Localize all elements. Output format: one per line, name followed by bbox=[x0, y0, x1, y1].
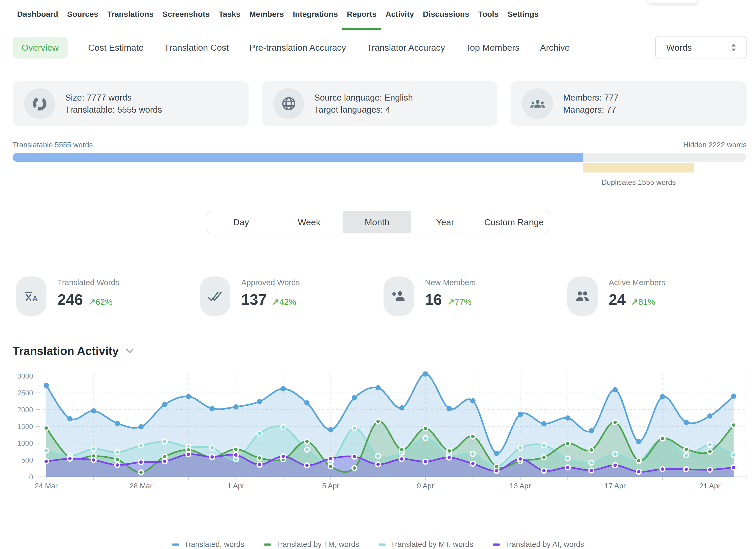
person-add-icon bbox=[384, 276, 414, 316]
source-language: Source language: English bbox=[314, 92, 413, 104]
tab-archive[interactable]: Archive bbox=[540, 43, 570, 53]
tab-top-members[interactable]: Top Members bbox=[465, 43, 519, 53]
svg-text:2000: 2000 bbox=[17, 406, 33, 414]
legend-label: Translated by AI, words bbox=[505, 540, 584, 549]
people-icon bbox=[567, 276, 598, 316]
stat-label: Translated Words bbox=[57, 278, 119, 287]
legend-marker bbox=[379, 543, 386, 546]
trend-up-icon: ↗ bbox=[88, 297, 96, 307]
nav-item-members[interactable]: Members bbox=[245, 0, 288, 30]
stat-value: 24 bbox=[609, 291, 626, 308]
svg-text:5 Apr: 5 Apr bbox=[322, 482, 339, 490]
nav-item-tools[interactable]: Tools bbox=[474, 0, 503, 30]
legend-item-translated[interactable]: Translated, words bbox=[172, 540, 244, 549]
tab-overview[interactable]: Overview bbox=[13, 37, 68, 59]
stat-label: Active Members bbox=[609, 278, 665, 287]
nav-item-tasks[interactable]: Tasks bbox=[214, 0, 245, 30]
nav-item-screenshots[interactable]: Screenshots bbox=[158, 0, 214, 30]
unit-select-value: Words bbox=[666, 43, 692, 53]
nav-item-dashboard[interactable]: Dashboard bbox=[13, 0, 63, 30]
tab-translator-accuracy[interactable]: Translator Accuracy bbox=[366, 43, 445, 53]
people-group-icon bbox=[522, 88, 553, 119]
globe-icon bbox=[273, 88, 304, 119]
top-navigation: Dashboard Sources Translations Screensho… bbox=[0, 0, 756, 30]
nav-item-activity[interactable]: Activity bbox=[381, 0, 418, 30]
legend-label: Translated by TM, words bbox=[276, 540, 359, 549]
translatable-words-label: Translatable 5555 words bbox=[13, 141, 93, 149]
translation-activity-chart[interactable]: 05001000150020002500300024 Mar28 Mar1 Ap… bbox=[0, 366, 756, 549]
nav-item-translations[interactable]: Translations bbox=[103, 0, 158, 30]
stat-label: New Members bbox=[425, 278, 476, 287]
translated-words-stat: A Translated Words 246 ↗62% bbox=[16, 276, 200, 316]
range-tab-week[interactable]: Week bbox=[275, 211, 343, 233]
target-languages: Target languages: 4 bbox=[314, 104, 413, 116]
select-updown-icon bbox=[730, 43, 737, 53]
words-progress-section: Translatable 5555 words Hidden 2222 word… bbox=[13, 141, 747, 187]
stat-value: 16 bbox=[425, 291, 442, 308]
stats-row: A Translated Words 246 ↗62% Approved Wor… bbox=[16, 276, 756, 316]
range-tab-day[interactable]: Day bbox=[207, 211, 275, 233]
stat-value: 137 bbox=[241, 291, 267, 308]
legend-label: Translated by MT, words bbox=[391, 540, 473, 549]
legend-item-translated-by-mt[interactable]: Translated by MT, words bbox=[379, 540, 473, 549]
duplicates-label: Duplicates 1555 words bbox=[601, 178, 676, 187]
svg-text:9 Apr: 9 Apr bbox=[417, 482, 434, 490]
nav-item-sources[interactable]: Sources bbox=[63, 0, 103, 30]
svg-text:2500: 2500 bbox=[17, 389, 33, 397]
words-progress-track bbox=[13, 153, 747, 162]
trend-up-icon: ↗ bbox=[631, 297, 639, 307]
svg-text:1000: 1000 bbox=[17, 440, 33, 447]
tab-cost-estimate[interactable]: Cost Estimate bbox=[88, 43, 144, 53]
hidden-words-label: Hidden 2222 words bbox=[683, 141, 747, 149]
range-tab-year[interactable]: Year bbox=[411, 211, 479, 233]
trend-up-icon: ↗ bbox=[447, 297, 455, 307]
svg-text:1500: 1500 bbox=[17, 423, 33, 431]
legend-item-translated-by-ai[interactable]: Translated by AI, words bbox=[493, 540, 584, 549]
range-tab-custom-range[interactable]: Custom Range bbox=[479, 211, 549, 233]
svg-text:13 Apr: 13 Apr bbox=[510, 482, 531, 490]
active-members-stat: Active Members 24 ↗81% bbox=[567, 276, 751, 316]
svg-text:3000: 3000 bbox=[17, 372, 33, 380]
summary-cards: Size: 7777 words Translatable: 5555 word… bbox=[13, 81, 747, 126]
unit-select[interactable]: Words bbox=[655, 36, 747, 59]
project-size: Size: 7777 words bbox=[65, 92, 162, 104]
range-tab-month[interactable]: Month bbox=[343, 211, 411, 233]
stat-value: 246 bbox=[57, 291, 83, 308]
nav-item-settings[interactable]: Settings bbox=[503, 0, 543, 30]
reports-subnav: Overview Cost Estimate Translation Cost … bbox=[0, 30, 756, 65]
word-bar-fill bbox=[13, 153, 583, 162]
svg-text:1 Apr: 1 Apr bbox=[227, 482, 244, 490]
trend-up-icon: ↗ bbox=[272, 297, 280, 307]
legend-marker bbox=[264, 543, 271, 546]
chevron-down-icon[interactable] bbox=[125, 348, 134, 354]
tab-pre-translation-accuracy[interactable]: Pre-translation Accuracy bbox=[249, 43, 346, 53]
members-count: Members: 777 bbox=[563, 92, 618, 104]
chart-legend: Translated, words Translated by TM, word… bbox=[0, 540, 756, 549]
floating-widget-remnant bbox=[648, 0, 698, 3]
nav-item-reports[interactable]: Reports bbox=[342, 0, 381, 30]
legend-marker bbox=[172, 543, 179, 546]
project-translatable: Translatable: 5555 words bbox=[65, 104, 162, 116]
managers-count: Managers: 77 bbox=[563, 104, 618, 116]
translation-activity-chart-area: 05001000150020002500300024 Mar28 Mar1 Ap… bbox=[0, 366, 756, 549]
languages-card: Source language: English Target language… bbox=[262, 81, 498, 126]
stat-delta: 77% bbox=[455, 297, 471, 307]
translate-icon: A bbox=[16, 276, 46, 316]
svg-text:24 Mar: 24 Mar bbox=[35, 482, 57, 490]
tab-translation-cost[interactable]: Translation Cost bbox=[164, 43, 229, 53]
svg-text:28 Mar: 28 Mar bbox=[130, 482, 153, 490]
new-members-stat: New Members 16 ↗77% bbox=[384, 276, 567, 316]
svg-text:500: 500 bbox=[21, 456, 33, 464]
nav-item-discussions[interactable]: Discussions bbox=[418, 0, 474, 30]
date-range-tabs: Day Week Month Year Custom Range bbox=[0, 211, 756, 233]
stat-label: Approved Words bbox=[241, 278, 300, 287]
stat-delta: 81% bbox=[638, 297, 655, 307]
svg-text:0: 0 bbox=[29, 473, 33, 481]
duplicates-bar bbox=[583, 163, 694, 172]
size-card: Size: 7777 words Translatable: 5555 word… bbox=[13, 81, 249, 126]
duplicates-bar-row bbox=[13, 163, 747, 172]
svg-text:17 Apr: 17 Apr bbox=[605, 482, 626, 490]
members-card: Members: 777 Managers: 77 bbox=[511, 81, 747, 126]
nav-item-integrations[interactable]: Integrations bbox=[288, 0, 342, 30]
legend-item-translated-by-tm[interactable]: Translated by TM, words bbox=[264, 540, 359, 549]
